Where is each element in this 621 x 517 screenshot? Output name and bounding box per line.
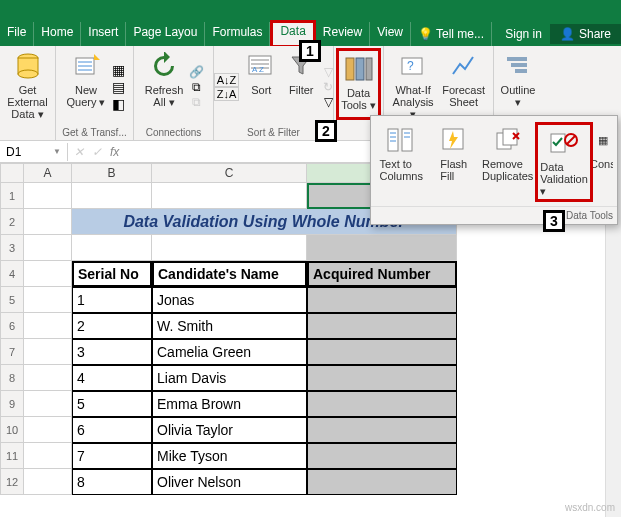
cell-serial[interactable]: 8 — [72, 469, 152, 495]
share-button[interactable]: 👤 Share — [550, 24, 621, 44]
row-header[interactable]: 10 — [0, 417, 24, 443]
cell-serial[interactable]: 2 — [72, 313, 152, 339]
text-to-columns-button[interactable]: Text to Columns — [375, 122, 427, 202]
select-all-corner[interactable] — [0, 163, 24, 183]
col-A[interactable]: A — [24, 163, 72, 183]
cell[interactable] — [24, 417, 72, 443]
row-header[interactable]: 6 — [0, 313, 24, 339]
cell[interactable] — [24, 209, 72, 235]
data-tools-button[interactable]: Data Tools ▾ — [336, 48, 381, 120]
cell-acquired[interactable] — [307, 287, 457, 313]
row-header[interactable]: 12 — [0, 469, 24, 495]
sort-za-icon[interactable]: Z↓A — [214, 87, 240, 101]
fx-icon[interactable]: fx — [110, 145, 119, 159]
new-query-label: New Query ▾ — [66, 84, 105, 108]
signin-link[interactable]: Sign in — [497, 24, 550, 44]
remove-duplicates-button[interactable]: Remove Duplicates — [480, 122, 535, 202]
col-B[interactable]: B — [72, 163, 152, 183]
row-header[interactable]: 4 — [0, 261, 24, 287]
tab-tellme[interactable]: 💡 Tell me... — [411, 22, 492, 46]
cell-name[interactable]: Oliver Nelson — [152, 469, 307, 495]
tab-view[interactable]: View — [370, 22, 411, 46]
edit-links-icon[interactable]: ⧉ — [192, 95, 201, 109]
tab-review[interactable]: Review — [316, 22, 370, 46]
name-box[interactable]: D1 ▼ — [0, 143, 68, 161]
from-table-icon[interactable]: ▤ — [112, 79, 125, 95]
row-header[interactable]: 2 — [0, 209, 24, 235]
chevron-down-icon[interactable]: ▼ — [53, 147, 61, 156]
consolidate-button[interactable]: ▦ Cons — [593, 122, 613, 202]
cell-name[interactable]: Jonas — [152, 287, 307, 313]
cell[interactable] — [24, 287, 72, 313]
cell[interactable] — [24, 183, 72, 209]
cell[interactable] — [24, 365, 72, 391]
tab-pagelayout[interactable]: Page Layou — [126, 22, 205, 46]
cell-acquired[interactable] — [307, 391, 457, 417]
cell[interactable] — [72, 183, 152, 209]
cell[interactable] — [307, 235, 457, 261]
properties-icon[interactable]: ⧉ — [192, 80, 201, 94]
cell-serial[interactable]: 1 — [72, 287, 152, 313]
col-C[interactable]: C — [152, 163, 307, 183]
cell-acquired[interactable] — [307, 365, 457, 391]
refresh-all-button[interactable]: Refresh All ▾ — [143, 48, 186, 126]
cell-serial[interactable]: 5 — [72, 391, 152, 417]
fx-enter-icon[interactable]: ✓ — [92, 145, 102, 159]
advanced-icon[interactable]: ▽ — [324, 95, 333, 109]
show-queries-icon[interactable]: ▦ — [112, 62, 125, 78]
row-header[interactable]: 9 — [0, 391, 24, 417]
row-header[interactable]: 8 — [0, 365, 24, 391]
recent-sources-icon[interactable]: ◧ — [112, 96, 125, 112]
cell-serial[interactable]: 3 — [72, 339, 152, 365]
cell[interactable] — [152, 235, 307, 261]
row-header[interactable]: 7 — [0, 339, 24, 365]
cell[interactable] — [24, 261, 72, 287]
tab-home[interactable]: Home — [34, 22, 81, 46]
cell-acquired[interactable] — [307, 339, 457, 365]
cell[interactable] — [152, 183, 307, 209]
cell-acquired[interactable] — [307, 417, 457, 443]
tab-formulas[interactable]: Formulas — [205, 22, 270, 46]
header-acquired[interactable]: Acquired Number — [307, 261, 457, 287]
connections-icon[interactable]: 🔗 — [189, 65, 204, 79]
cell[interactable] — [72, 235, 152, 261]
fx-cancel-icon[interactable]: ✕ — [74, 145, 84, 159]
cell-serial[interactable]: 7 — [72, 443, 152, 469]
cell-acquired[interactable] — [307, 313, 457, 339]
svg-point-2 — [18, 70, 38, 78]
cell-name[interactable]: Camelia Green — [152, 339, 307, 365]
sort-az-icon[interactable]: A↓Z — [214, 73, 240, 87]
flash-fill-button[interactable]: Flash Fill — [427, 122, 479, 202]
row-header[interactable]: 1 — [0, 183, 24, 209]
cell-name[interactable]: Mike Tyson — [152, 443, 307, 469]
cell[interactable] — [24, 443, 72, 469]
cell[interactable] — [24, 339, 72, 365]
row-header[interactable]: 3 — [0, 235, 24, 261]
cell-name[interactable]: Emma Brown — [152, 391, 307, 417]
header-candidate[interactable]: Candidate's Name — [152, 261, 307, 287]
tab-file[interactable]: File — [0, 22, 34, 46]
row-header[interactable]: 11 — [0, 443, 24, 469]
outline-button[interactable]: Outline ▾ — [500, 48, 536, 110]
row-header[interactable]: 5 — [0, 287, 24, 313]
data-validation-button[interactable]: Data Validation ▾ — [535, 122, 593, 202]
cell[interactable] — [24, 313, 72, 339]
reapply-icon[interactable]: ↻ — [323, 80, 333, 94]
cell-serial[interactable]: 6 — [72, 417, 152, 443]
cell-name[interactable]: Liam Davis — [152, 365, 307, 391]
cell-name[interactable]: W. Smith — [152, 313, 307, 339]
cell-acquired[interactable] — [307, 443, 457, 469]
cell[interactable] — [24, 391, 72, 417]
sort-button[interactable]: A Z Sort — [243, 48, 279, 126]
cell-acquired[interactable] — [307, 469, 457, 495]
clear-icon[interactable]: ▽ — [324, 65, 333, 79]
tab-insert[interactable]: Insert — [81, 22, 126, 46]
header-serial[interactable]: Serial No — [72, 261, 152, 287]
new-query-button[interactable]: New Query ▾ — [64, 48, 107, 126]
cell[interactable] — [24, 469, 72, 495]
get-external-data-button[interactable]: Get External Data ▾ — [6, 48, 49, 122]
svg-rect-15 — [402, 129, 412, 151]
cell[interactable] — [24, 235, 72, 261]
cell-name[interactable]: Olivia Taylor — [152, 417, 307, 443]
cell-serial[interactable]: 4 — [72, 365, 152, 391]
